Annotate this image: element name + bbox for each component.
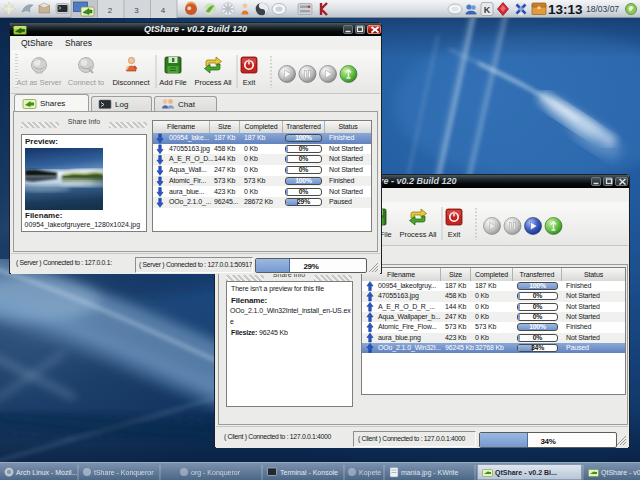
svg-text:tShare - Konqueror: tShare - Konqueror — [94, 469, 154, 477]
svg-text:K: K — [484, 5, 491, 15]
svg-text:Disconnect: Disconnect — [112, 78, 150, 87]
svg-text:13:13: 13:13 — [548, 2, 583, 17]
svg-text:18/03/07: 18/03/07 — [586, 4, 619, 14]
svg-text:Add File: Add File — [159, 78, 187, 87]
svg-text:Log: Log — [115, 100, 128, 109]
svg-text:4: 4 — [161, 6, 166, 15]
svg-text:Chat: Chat — [178, 100, 196, 109]
svg-text:Shares: Shares — [40, 99, 65, 108]
svg-text:QtShare - v0.2 Bu...: QtShare - v0.2 Bu... — [601, 469, 640, 477]
svg-text:3: 3 — [134, 6, 139, 15]
svg-text:QtShare - v0.2 Bi...: QtShare - v0.2 Bi... — [495, 469, 557, 477]
svg-text:Kopete: Kopete — [359, 469, 381, 477]
svg-text:org - Konqueror: org - Konqueror — [191, 469, 241, 477]
svg-text:Act as Server: Act as Server — [16, 78, 62, 87]
svg-text:Connect to: Connect to — [68, 78, 104, 87]
svg-text:Exit: Exit — [448, 230, 461, 239]
svg-text:mania.jpg - KWrite: mania.jpg - KWrite — [401, 469, 459, 477]
svg-text:Exit: Exit — [243, 78, 256, 87]
svg-text:Process All: Process All — [194, 78, 231, 87]
svg-text:Arch Linux - Mozil...: Arch Linux - Mozil... — [16, 469, 78, 476]
svg-text:Process All: Process All — [399, 230, 436, 239]
svg-text:2: 2 — [108, 6, 113, 15]
svg-text:Terminal - Konsole: Terminal - Konsole — [280, 469, 338, 476]
